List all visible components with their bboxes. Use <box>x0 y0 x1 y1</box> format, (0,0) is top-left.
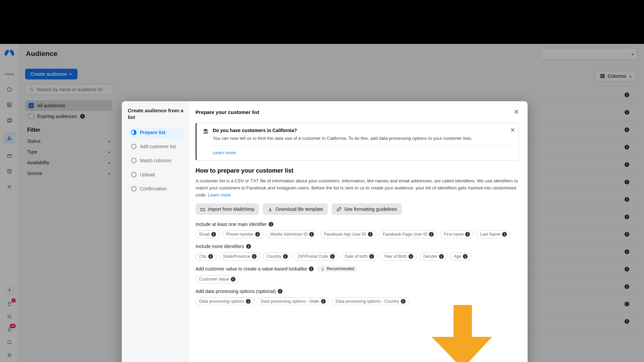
info-icon: i <box>502 232 507 237</box>
main-identifiers-label: Include at least one main identifieri <box>196 222 519 227</box>
info-icon: i <box>309 232 314 237</box>
download-icon <box>268 207 273 212</box>
identifier-chip[interactable]: Cityi <box>196 252 217 260</box>
identifier-chip[interactable]: Genderi <box>420 252 447 260</box>
info-icon: i <box>463 254 468 259</box>
modal-main: Prepare your customer list ✕ Do you have… <box>189 101 528 362</box>
info-icon: i <box>439 254 444 259</box>
customer-value-label: Add customer value to create a value-bas… <box>196 266 519 272</box>
modal-steps-panel: Create audience from a list Prepare list… <box>122 101 189 362</box>
identifier-chip[interactable]: Emaili <box>196 230 220 238</box>
info-icon[interactable]: i <box>246 244 251 249</box>
info-icon[interactable]: i <box>309 266 314 271</box>
info-icon: i <box>465 232 470 237</box>
formatting-guidelines-button[interactable]: See formatting guidelines <box>332 203 402 215</box>
app-root: VISION ? 1 14 Audience Columns <box>0 44 644 362</box>
identifier-chip[interactable]: Phone numberi <box>222 230 264 238</box>
identifier-chip[interactable]: First namei <box>440 230 474 238</box>
recommended-badge: Recommended <box>318 266 357 272</box>
more-identifiers-label: Include more identifiersi <box>196 244 519 249</box>
step-prepare-list[interactable]: Prepare list <box>128 127 184 138</box>
info-icon[interactable]: i <box>269 222 273 227</box>
info-icon: i <box>283 254 288 259</box>
modal-title: Prepare your customer list <box>196 109 259 115</box>
info-icon: i <box>368 232 373 237</box>
identifier-chip[interactable]: Facebook Page User IDi <box>379 230 437 238</box>
info-icon: i <box>255 232 260 237</box>
identifier-chip[interactable]: Mobile Advertiser IDi <box>266 230 318 238</box>
info-icon: i <box>369 254 374 259</box>
identifier-chip[interactable]: State/Provincei <box>219 252 260 260</box>
info-icon: i <box>321 299 326 304</box>
identifier-chip[interactable]: Data processing optionsi <box>196 297 254 305</box>
identifier-chip[interactable]: Last Namei <box>476 230 510 238</box>
identifier-chip[interactable]: Facebook App User IDi <box>320 230 376 238</box>
folder-open-icon <box>200 207 205 212</box>
create-audience-modal: Create audience from a list Prepare list… <box>122 101 528 362</box>
identifier-chip[interactable]: Year of Birthi <box>380 252 417 260</box>
identifier-chip[interactable]: Data processing options - Statei <box>257 297 329 305</box>
step-confirmation[interactable]: Confirmation <box>128 183 184 194</box>
notice-close-icon[interactable]: ✕ <box>510 126 515 134</box>
section-heading: How to prepare your customer list <box>196 167 519 174</box>
institution-icon <box>203 128 209 156</box>
info-icon: i <box>208 254 213 259</box>
modal-left-title: Create audience from a list <box>128 107 184 121</box>
modal-body: Do you have customers in California? You… <box>189 123 528 362</box>
identifier-chip[interactable]: Customer Valuei <box>196 275 239 283</box>
identifier-chip[interactable]: Data processing options - Countryi <box>332 297 409 305</box>
info-icon: i <box>409 254 413 259</box>
step-add-customer-list[interactable]: Add customer list <box>128 141 184 152</box>
identifier-chip[interactable]: ZIP/Postal Codei <box>294 252 338 260</box>
browser-letterbox <box>0 0 644 44</box>
info-icon: i <box>231 277 235 282</box>
notice-heading: Do you have customers in California? <box>213 128 513 133</box>
step-upload[interactable]: Upload <box>128 169 184 180</box>
section-description: A customer list is a CSV or TXT file of … <box>196 178 519 199</box>
info-icon: i <box>429 232 434 237</box>
info-icon: i <box>211 232 216 237</box>
info-icon: i <box>330 254 335 259</box>
dpo-label: Add data processing options (optional)i <box>196 289 519 294</box>
identifier-chip[interactable]: Countryi <box>263 252 291 260</box>
download-template-button[interactable]: Download file template <box>263 203 328 215</box>
modal-header: Prepare your customer list ✕ <box>189 101 528 123</box>
identifier-chip[interactable]: Agei <box>450 252 471 260</box>
info-icon: i <box>252 254 257 259</box>
import-mailchimp-button[interactable]: Import from Mailchimp <box>196 203 259 215</box>
notice-body: You can now tell us to limit the data us… <box>213 135 513 142</box>
link-icon <box>336 207 341 212</box>
california-notice: Do you have customers in California? You… <box>196 123 519 161</box>
learn-more-link[interactable]: Learn more <box>208 192 231 197</box>
step-match-columns[interactable]: Match columns <box>128 155 184 166</box>
info-icon: i <box>401 299 406 304</box>
close-icon[interactable]: ✕ <box>512 107 521 117</box>
notice-learn-more-link[interactable]: Learn more <box>213 150 236 155</box>
info-icon[interactable]: i <box>278 289 282 294</box>
identifier-chip[interactable]: Date of birthi <box>341 252 378 260</box>
info-icon: i <box>246 299 251 304</box>
